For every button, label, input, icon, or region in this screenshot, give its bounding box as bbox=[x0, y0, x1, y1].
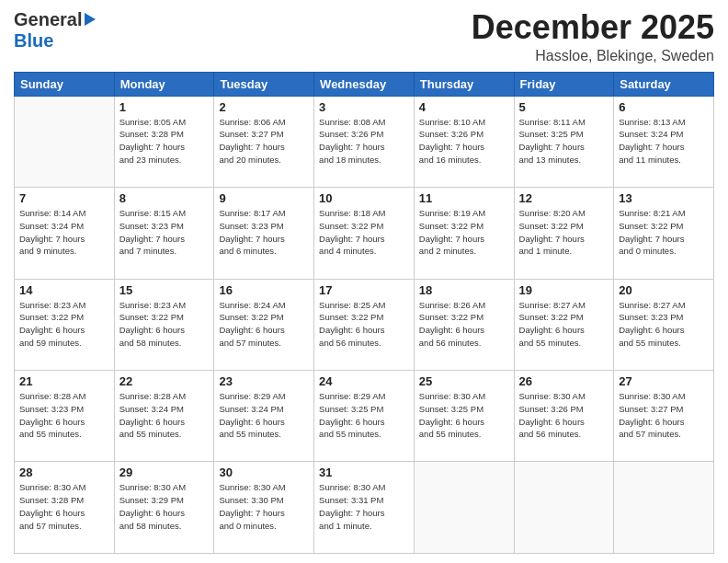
calendar-week-row: 14Sunrise: 8:23 AM Sunset: 3:22 PM Dayli… bbox=[15, 279, 714, 370]
day-info: Sunrise: 8:21 AM Sunset: 3:22 PM Dayligh… bbox=[619, 207, 709, 258]
calendar-cell: 20Sunrise: 8:27 AM Sunset: 3:23 PM Dayli… bbox=[614, 279, 714, 370]
day-info: Sunrise: 8:17 AM Sunset: 3:23 PM Dayligh… bbox=[219, 207, 309, 258]
calendar-cell: 13Sunrise: 8:21 AM Sunset: 3:22 PM Dayli… bbox=[614, 188, 714, 279]
day-number: 28 bbox=[19, 465, 109, 479]
header-saturday: Saturday bbox=[614, 72, 714, 96]
day-number: 13 bbox=[619, 191, 709, 205]
day-number: 5 bbox=[519, 100, 609, 114]
calendar-cell: 23Sunrise: 8:29 AM Sunset: 3:24 PM Dayli… bbox=[214, 371, 314, 462]
day-info: Sunrise: 8:27 AM Sunset: 3:22 PM Dayligh… bbox=[519, 299, 609, 350]
calendar-cell: 7Sunrise: 8:14 AM Sunset: 3:24 PM Daylig… bbox=[15, 188, 115, 279]
day-info: Sunrise: 8:18 AM Sunset: 3:22 PM Dayligh… bbox=[319, 207, 409, 258]
day-number: 20 bbox=[619, 283, 709, 297]
calendar-cell: 30Sunrise: 8:30 AM Sunset: 3:30 PM Dayli… bbox=[214, 462, 314, 554]
calendar-cell: 28Sunrise: 8:30 AM Sunset: 3:28 PM Dayli… bbox=[15, 462, 115, 554]
day-info: Sunrise: 8:13 AM Sunset: 3:24 PM Dayligh… bbox=[619, 116, 709, 167]
calendar-cell: 21Sunrise: 8:28 AM Sunset: 3:23 PM Dayli… bbox=[15, 371, 115, 462]
day-number: 3 bbox=[319, 100, 409, 114]
calendar-cell: 6Sunrise: 8:13 AM Sunset: 3:24 PM Daylig… bbox=[614, 96, 714, 187]
calendar-cell: 2Sunrise: 8:06 AM Sunset: 3:27 PM Daylig… bbox=[214, 96, 314, 187]
calendar-week-row: 7Sunrise: 8:14 AM Sunset: 3:24 PM Daylig… bbox=[15, 188, 714, 279]
day-info: Sunrise: 8:28 AM Sunset: 3:24 PM Dayligh… bbox=[119, 390, 210, 441]
day-number: 23 bbox=[219, 374, 309, 388]
logo-arrow-icon bbox=[85, 13, 96, 26]
day-info: Sunrise: 8:06 AM Sunset: 3:27 PM Dayligh… bbox=[219, 116, 309, 167]
calendar-cell: 4Sunrise: 8:10 AM Sunset: 3:26 PM Daylig… bbox=[414, 96, 514, 187]
calendar-cell: 18Sunrise: 8:26 AM Sunset: 3:22 PM Dayli… bbox=[414, 279, 514, 370]
calendar-cell: 14Sunrise: 8:23 AM Sunset: 3:22 PM Dayli… bbox=[15, 279, 115, 370]
calendar-cell: 11Sunrise: 8:19 AM Sunset: 3:22 PM Dayli… bbox=[414, 188, 514, 279]
day-info: Sunrise: 8:25 AM Sunset: 3:22 PM Dayligh… bbox=[319, 299, 409, 350]
day-number: 7 bbox=[19, 191, 109, 205]
header-tuesday: Tuesday bbox=[214, 72, 314, 96]
day-number: 24 bbox=[319, 374, 409, 388]
day-info: Sunrise: 8:30 AM Sunset: 3:30 PM Dayligh… bbox=[219, 481, 309, 532]
day-number: 17 bbox=[319, 283, 409, 297]
day-number: 16 bbox=[219, 283, 309, 297]
header-friday: Friday bbox=[514, 72, 614, 96]
calendar-cell: 19Sunrise: 8:27 AM Sunset: 3:22 PM Dayli… bbox=[514, 279, 614, 370]
day-info: Sunrise: 8:10 AM Sunset: 3:26 PM Dayligh… bbox=[419, 116, 509, 167]
calendar-cell: 8Sunrise: 8:15 AM Sunset: 3:23 PM Daylig… bbox=[114, 188, 214, 279]
day-number: 1 bbox=[119, 100, 210, 114]
header-sunday: Sunday bbox=[15, 72, 115, 96]
title-section: December 2025 Hassloe, Blekinge, Sweden bbox=[472, 9, 714, 64]
calendar-week-row: 28Sunrise: 8:30 AM Sunset: 3:28 PM Dayli… bbox=[15, 462, 714, 554]
day-info: Sunrise: 8:30 AM Sunset: 3:29 PM Dayligh… bbox=[119, 481, 210, 532]
calendar-header-row: SundayMondayTuesdayWednesdayThursdayFrid… bbox=[15, 72, 714, 96]
calendar-cell: 12Sunrise: 8:20 AM Sunset: 3:22 PM Dayli… bbox=[514, 188, 614, 279]
calendar-cell: 24Sunrise: 8:29 AM Sunset: 3:25 PM Dayli… bbox=[314, 371, 415, 462]
day-info: Sunrise: 8:26 AM Sunset: 3:22 PM Dayligh… bbox=[419, 299, 509, 350]
calendar-cell: 31Sunrise: 8:30 AM Sunset: 3:31 PM Dayli… bbox=[314, 462, 415, 554]
calendar-cell bbox=[514, 462, 614, 554]
day-number: 25 bbox=[419, 374, 509, 388]
header-thursday: Thursday bbox=[414, 72, 514, 96]
day-info: Sunrise: 8:29 AM Sunset: 3:25 PM Dayligh… bbox=[319, 390, 409, 441]
day-info: Sunrise: 8:23 AM Sunset: 3:22 PM Dayligh… bbox=[19, 299, 109, 350]
day-info: Sunrise: 8:20 AM Sunset: 3:22 PM Dayligh… bbox=[519, 207, 609, 258]
day-info: Sunrise: 8:30 AM Sunset: 3:28 PM Dayligh… bbox=[19, 481, 109, 532]
day-number: 29 bbox=[119, 465, 210, 479]
day-number: 6 bbox=[619, 100, 709, 114]
calendar-cell: 17Sunrise: 8:25 AM Sunset: 3:22 PM Dayli… bbox=[314, 279, 415, 370]
calendar-week-row: 21Sunrise: 8:28 AM Sunset: 3:23 PM Dayli… bbox=[15, 371, 714, 462]
day-number: 27 bbox=[619, 374, 709, 388]
calendar-cell bbox=[414, 462, 514, 554]
day-number: 8 bbox=[119, 191, 210, 205]
header-monday: Monday bbox=[114, 72, 214, 96]
day-info: Sunrise: 8:14 AM Sunset: 3:24 PM Dayligh… bbox=[19, 207, 109, 258]
page-header: General Blue December 2025 Hassloe, Blek… bbox=[14, 9, 714, 64]
day-info: Sunrise: 8:30 AM Sunset: 3:31 PM Dayligh… bbox=[319, 481, 409, 532]
day-info: Sunrise: 8:30 AM Sunset: 3:26 PM Dayligh… bbox=[519, 390, 609, 441]
calendar-cell: 25Sunrise: 8:30 AM Sunset: 3:25 PM Dayli… bbox=[414, 371, 514, 462]
day-number: 11 bbox=[419, 191, 509, 205]
day-info: Sunrise: 8:15 AM Sunset: 3:23 PM Dayligh… bbox=[119, 207, 210, 258]
day-info: Sunrise: 8:11 AM Sunset: 3:25 PM Dayligh… bbox=[519, 116, 609, 167]
day-number: 2 bbox=[219, 100, 309, 114]
logo: General Blue bbox=[14, 9, 96, 52]
day-number: 18 bbox=[419, 283, 509, 297]
logo-blue: Blue bbox=[14, 30, 53, 52]
calendar-week-row: 1Sunrise: 8:05 AM Sunset: 3:28 PM Daylig… bbox=[15, 96, 714, 187]
day-number: 31 bbox=[319, 465, 409, 479]
calendar-cell: 5Sunrise: 8:11 AM Sunset: 3:25 PM Daylig… bbox=[514, 96, 614, 187]
calendar-cell: 16Sunrise: 8:24 AM Sunset: 3:22 PM Dayli… bbox=[214, 279, 314, 370]
day-number: 26 bbox=[519, 374, 609, 388]
day-info: Sunrise: 8:30 AM Sunset: 3:25 PM Dayligh… bbox=[419, 390, 509, 441]
calendar-cell: 26Sunrise: 8:30 AM Sunset: 3:26 PM Dayli… bbox=[514, 371, 614, 462]
calendar-cell bbox=[614, 462, 714, 554]
calendar-cell: 1Sunrise: 8:05 AM Sunset: 3:28 PM Daylig… bbox=[114, 96, 214, 187]
month-title: December 2025 bbox=[472, 9, 714, 46]
day-info: Sunrise: 8:19 AM Sunset: 3:22 PM Dayligh… bbox=[419, 207, 509, 258]
day-info: Sunrise: 8:08 AM Sunset: 3:26 PM Dayligh… bbox=[319, 116, 409, 167]
calendar-cell: 9Sunrise: 8:17 AM Sunset: 3:23 PM Daylig… bbox=[214, 188, 314, 279]
day-number: 21 bbox=[19, 374, 109, 388]
calendar-table: SundayMondayTuesdayWednesdayThursdayFrid… bbox=[14, 72, 714, 554]
day-info: Sunrise: 8:30 AM Sunset: 3:27 PM Dayligh… bbox=[619, 390, 709, 441]
day-number: 10 bbox=[319, 191, 409, 205]
day-number: 12 bbox=[519, 191, 609, 205]
day-info: Sunrise: 8:23 AM Sunset: 3:22 PM Dayligh… bbox=[119, 299, 210, 350]
calendar-cell: 10Sunrise: 8:18 AM Sunset: 3:22 PM Dayli… bbox=[314, 188, 415, 279]
calendar-cell: 22Sunrise: 8:28 AM Sunset: 3:24 PM Dayli… bbox=[114, 371, 214, 462]
calendar-cell: 27Sunrise: 8:30 AM Sunset: 3:27 PM Dayli… bbox=[614, 371, 714, 462]
